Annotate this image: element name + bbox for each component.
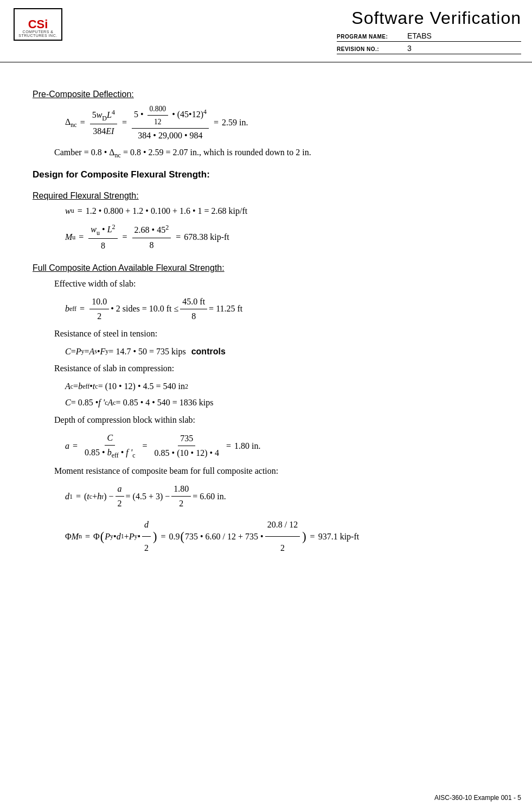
C-slab-equation: C = 0.85 • f 'c Ac = 0.85 • 4 • 540 = 18… [65, 397, 510, 409]
revision-row: REVISION NO.: 3 [337, 44, 521, 54]
logo-box: CSi COMPUTERS & STRUCTURES INC. [14, 8, 62, 41]
design-heading: Design for Composite Flexural Strength: [33, 169, 510, 180]
delta-nc-lhs: Δnc [65, 116, 77, 130]
d1-frac2: 1.80 2 [171, 483, 191, 510]
d1-frac: a 2 [116, 483, 124, 510]
a-frac2: 735 0.85 • (10 • 12) • 4 [152, 433, 221, 460]
footer: AISC-360-10 Example 001 - 5 [434, 794, 521, 802]
logo-area: CSi COMPUTERS & STRUCTURES INC. [5, 5, 70, 43]
PhiMn-frac1: d 2 [142, 514, 151, 559]
required-heading: Required Flexural Strength: [33, 191, 510, 201]
pre-composite-heading: Pre-Composite Deflection: [33, 90, 510, 99]
full-composite-heading: Full Composite Action Available Flexural… [33, 263, 510, 273]
full-composite-section: Full Composite Action Available Flexural… [33, 263, 510, 559]
program-value: ETABS [407, 31, 521, 40]
delta-nc-frac2: 5 • 0.800 12 • (45•12)4 384 • 29,000 • 9… [132, 104, 209, 142]
mu-equation: Mu = wu • L2 8 = 2.68 • 452 8 = 678.38 k… [65, 223, 510, 252]
footer-text: AISC-360-10 Example 001 - 5 [434, 794, 521, 802]
resistance-steel-label: Resistance of steel in tension: [54, 327, 510, 340]
a-frac1: C 0.85 • beff • f 'c [82, 432, 138, 460]
logo-subtext: COMPUTERS & STRUCTURES INC. [16, 30, 60, 37]
main-title: Software Verification [351, 8, 521, 28]
design-section: Design for Composite Flexural Strength: … [33, 169, 510, 252]
PhiMn-frac2: 20.8 / 12 2 [265, 514, 300, 559]
delta-nc-result: 2.59 in. [222, 117, 248, 129]
program-label: PROGRAM NAME: [337, 34, 407, 40]
camber-text: Camber = 0.8 • Δnc = 0.8 • 2.59 = 2.07 i… [54, 146, 510, 160]
program-name-row: PROGRAM NAME: ETABS [337, 31, 521, 42]
wu-equation: wu = 1.2 • 0.800 + 1.2 • 0.100 + 1.6 • 1… [65, 205, 510, 217]
a-equation: a = C 0.85 • beff • f 'c = 735 0.85 • (1… [65, 432, 510, 460]
revision-value: 3 [407, 44, 521, 53]
d1-equation: d1 = (tc + hr) − a 2 = (4.5 + 3) − 1.80 … [65, 483, 510, 510]
Ac-equation: Ac = beff • tc = (10 • 12) • 4.5 = 540 i… [65, 380, 510, 392]
PhiMn-equation: ΦMn = Φ ( Py • d1 + Py • d 2 ) = 0.9 ( 7… [65, 514, 510, 559]
depth-compression-label: Depth of compression block within slab: [54, 414, 510, 427]
revision-label: REVISION NO.: [337, 46, 407, 52]
pre-composite-section: Pre-Composite Deflection: Δnc = 5wDL4 38… [33, 90, 510, 161]
resistance-slab-label: Resistance of slab in compression: [54, 362, 510, 375]
delta-nc-frac1: 5wDL4 384EI [90, 108, 117, 138]
beff-frac: 10.0 2 [89, 296, 109, 323]
beff-equation: beff = 10.0 2 • 2 sides = 10.0 ft ≤ 45.0… [65, 296, 510, 323]
mu-frac2: 2.68 • 452 8 [132, 223, 171, 251]
content: Pre-Composite Deflection: Δnc = 5wDL4 38… [0, 62, 532, 596]
delta-nc-equation: Δnc = 5wDL4 384EI = 5 • 0.800 12 • (45•1… [65, 104, 510, 142]
moment-resistance-label: Moment resistance of composite beam for … [54, 465, 510, 478]
effective-width-label: Effective width of slab: [54, 277, 510, 290]
program-info: PROGRAM NAME: ETABS REVISION NO.: 3 [337, 31, 521, 56]
beff-frac2: 45.0 ft 8 [180, 296, 207, 323]
mu-frac1: wu • L2 8 [88, 223, 117, 252]
title-area: Software Verification PROGRAM NAME: ETAB… [70, 5, 521, 56]
controls-label: controls [191, 346, 226, 358]
C-equation: C = Py = As • Fy = 14.7 • 50 = 735 kips … [65, 346, 510, 358]
header: CSi COMPUTERS & STRUCTURES INC. Software… [0, 0, 532, 62]
